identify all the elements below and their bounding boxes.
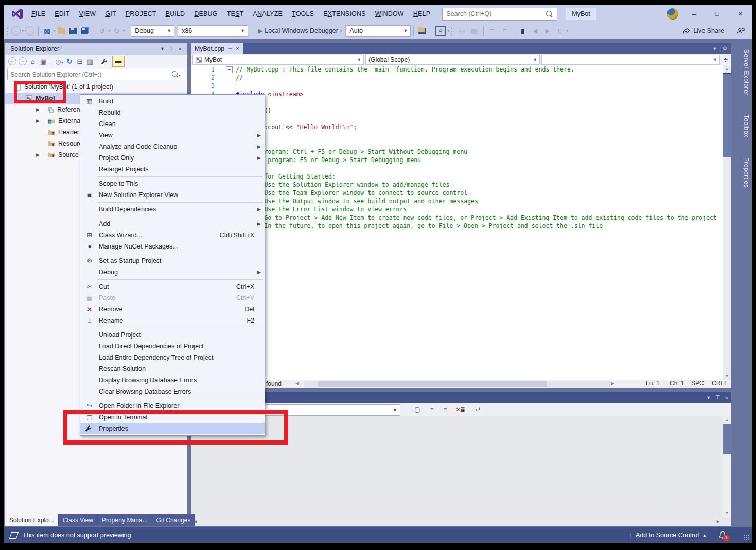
pending-changes-filter-icon[interactable]: ◷▾ <box>54 58 64 65</box>
editor-vertical-scrollbar[interactable]: ▲ ▼ <box>723 65 731 380</box>
menu-item-retarget-projects[interactable]: Retarget Projects <box>80 164 265 175</box>
maximize-button[interactable]: □ <box>706 5 729 23</box>
menu-item-view[interactable]: View▶ <box>80 130 265 141</box>
find-message-icon[interactable]: ▢ <box>411 406 424 413</box>
member-scope-dropdown[interactable]: ▼ <box>541 55 720 65</box>
undo-button[interactable]: ↺ <box>97 27 107 35</box>
collapse-icon[interactable]: ⊟ <box>458 27 467 35</box>
menu-item-display-browsing-database-errors[interactable]: Display Browsing Database Errors <box>80 375 265 386</box>
indent-increase-icon[interactable]: ≡ <box>500 27 509 35</box>
pin-icon[interactable]: ⊤ <box>167 46 175 52</box>
bookmarks-overflow-dropdown[interactable]: ▾ <box>566 28 569 33</box>
word-wrap-icon[interactable]: ↵ <box>472 406 484 413</box>
clear-bookmarks-button[interactable]: ▯ <box>555 27 565 35</box>
close-button[interactable]: × <box>729 5 752 23</box>
save-button[interactable] <box>69 28 77 34</box>
save-all-button[interactable] <box>81 28 88 34</box>
toolbar-grip[interactable] <box>5 26 8 36</box>
menu-project[interactable]: PROJECT <box>121 5 161 23</box>
document-tab-mybot-cpp[interactable]: MyBot.cpp ⊣ × <box>191 43 243 54</box>
notifications-button[interactable]: 1 <box>718 531 727 539</box>
editor-options-gear-icon[interactable]: ⚙ <box>722 45 727 52</box>
tab-list-dropdown-icon[interactable]: ▼ <box>712 46 717 51</box>
menu-help[interactable]: HELP <box>409 5 435 23</box>
feedback-icon[interactable] <box>736 27 745 35</box>
solution-explorer-search-box[interactable]: Search Solution Explorer (Ctrl+;) ▾ <box>7 69 185 80</box>
output-pin-icon[interactable]: ⊤ <box>715 394 720 401</box>
next-message-icon[interactable]: ≡ <box>439 406 451 413</box>
search-context-chip[interactable]: MyBot <box>566 8 596 20</box>
hscroll-right-arrow[interactable]: ▶ <box>611 381 614 386</box>
output-position-dropdown-icon[interactable]: ▼ <box>706 395 711 400</box>
type-scope-dropdown[interactable]: (Global Scope)▼ <box>365 55 540 65</box>
menu-extensions[interactable]: EXTENSIONS <box>319 5 371 23</box>
toolbar-overflow-dropdown[interactable]: ▾ <box>447 28 450 33</box>
menu-item-build-dependencies[interactable]: Build Dependencies▶ <box>80 204 265 215</box>
live-share-button[interactable]: Live Share <box>693 27 724 34</box>
menu-item-rescan-solution[interactable]: Rescan Solution <box>80 363 265 375</box>
open-file-icon[interactable] <box>58 28 65 34</box>
window-position-dropdown-icon[interactable]: ▼ <box>158 46 167 51</box>
expand-arrow-icon[interactable]: ▶ <box>36 118 40 123</box>
back-dropdown[interactable]: ▾ <box>22 28 24 33</box>
new-project-button[interactable]: ▩ <box>43 27 52 35</box>
auto-dropdown[interactable]: Auto▼ <box>345 25 411 37</box>
scroll-down-arrow[interactable]: ▼ <box>723 372 731 380</box>
menu-item-debug[interactable]: Debug▶ <box>80 267 265 278</box>
previous-bookmark-button[interactable]: ◄ <box>531 27 540 35</box>
output-panel-titlebar[interactable]: ▼ ⊤ × <box>191 392 731 403</box>
panel-tab-solution-explo-[interactable]: Solution Explo... <box>5 514 59 526</box>
hscroll-left-arrow[interactable]: ◀ <box>295 381 299 386</box>
se-home-button[interactable]: ⌂ <box>28 58 38 65</box>
redo-button[interactable]: ↻ <box>112 27 121 35</box>
autohide-tab-properties[interactable]: Properties <box>734 151 750 194</box>
output-vertical-scrollbar[interactable]: ▲ ▼ <box>723 416 731 517</box>
undo-dropdown[interactable]: ▾ <box>108 28 111 33</box>
expand-arrow-icon[interactable]: ▶ <box>36 107 40 112</box>
quick-search-box[interactable]: Search (Ctrl+Q) <box>442 8 557 21</box>
menu-debug[interactable]: DEBUG <box>189 5 222 23</box>
tab-strip-scroll-left-icon[interactable]: ◀ <box>131 518 134 523</box>
menu-item-rename[interactable]: ⌶RenameF2 <box>80 315 265 326</box>
close-icon[interactable]: × <box>175 46 184 52</box>
preview-selected-items-icon[interactable]: ▥ <box>85 58 95 65</box>
menu-item-cut[interactable]: ✂CutCtrl+X <box>80 281 265 292</box>
menu-tools[interactable]: TOOLS <box>287 5 319 23</box>
copy-reference-icon[interactable]: ▥ <box>470 27 479 35</box>
tab-close-icon[interactable]: × <box>236 46 239 51</box>
user-avatar[interactable] <box>667 8 678 20</box>
menu-item-class-wizard-[interactable]: ⊞Class Wizard...Ctrl+Shift+X <box>80 229 265 241</box>
output-scroll-down-arrow[interactable]: ▼ <box>723 509 731 517</box>
menu-item-manage-nuget-packages-[interactable]: ●Manage NuGet Packages... <box>80 241 265 252</box>
menu-item-set-as-startup-project[interactable]: ⚙Set as Startup Project <box>80 255 265 267</box>
scroll-up-arrow[interactable]: ▲ <box>723 65 731 73</box>
fold-collapse-icon[interactable]: − <box>226 66 233 73</box>
se-forward-button[interactable]: → <box>19 57 27 65</box>
menu-item-new-solution-explorer-view[interactable]: ▣New Solution Explorer View <box>80 189 265 201</box>
find-in-files-icon[interactable] <box>418 28 426 34</box>
navigate-forward-button[interactable]: → <box>25 26 34 36</box>
split-window-button[interactable]: ÷ <box>720 56 731 64</box>
menu-item-remove[interactable]: ×RemoveDel <box>80 304 265 315</box>
menu-edit[interactable]: EDIT <box>50 5 74 23</box>
menu-item-scope-to-this[interactable]: Scope to This <box>80 178 265 189</box>
redo-dropdown[interactable]: ▾ <box>123 28 126 33</box>
menu-item-rebuild[interactable]: Rebuild <box>80 107 265 118</box>
hscroll-thumb[interactable] <box>318 381 547 387</box>
menu-item-unload-project[interactable]: Unload Project <box>80 329 265 341</box>
resize-grip[interactable] <box>744 535 749 540</box>
panel-tab-git-changes[interactable]: Git Changes <box>152 514 196 526</box>
start-debugging-button[interactable]: Local Windows Debugger <box>265 27 338 34</box>
expand-arrow-icon[interactable]: ▶ <box>36 152 40 157</box>
output-scroll-up-arrow[interactable]: ▲ <box>723 416 731 424</box>
clear-all-icon[interactable]: ×≣ <box>454 406 467 413</box>
solution-platform-dropdown[interactable]: x86▼ <box>178 25 248 37</box>
autohide-tab-server-explorer[interactable]: Server Explorer <box>734 43 750 101</box>
add-to-source-control-button[interactable]: Add to Source Control <box>636 531 699 539</box>
output-scrollbar-thumb[interactable] <box>723 424 731 454</box>
previous-message-icon[interactable]: ≡ <box>426 406 438 413</box>
menu-item-load-direct-dependencies-of-project[interactable]: Load Direct Dependencies of Project <box>80 341 265 352</box>
collapse-all-icon[interactable]: ⊟ <box>75 58 85 65</box>
menu-window[interactable]: WINDOW <box>371 5 409 23</box>
switch-views-icon[interactable]: ▣ <box>38 58 48 65</box>
